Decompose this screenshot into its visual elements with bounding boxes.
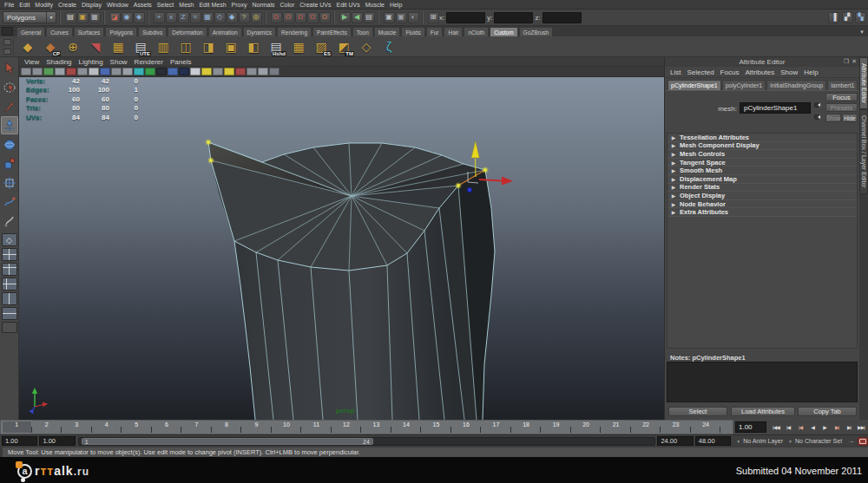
pCylinderShape1[interactable]: pCylinderShape1: [667, 80, 721, 90]
frame-cell[interactable]: 19: [541, 421, 571, 434]
General[interactable]: General: [16, 27, 45, 36]
frame-cell[interactable]: 4: [92, 421, 122, 434]
frame-cell[interactable]: 6: [152, 421, 182, 434]
load-attributes-button[interactable]: Load Attributes: [731, 407, 795, 416]
layout-four-view[interactable]: [2, 248, 17, 261]
shelf-es-icon[interactable]: ▨ ES: [310, 37, 332, 56]
show-button[interactable]: Show: [825, 114, 841, 122]
snap-to-view-planes-icon[interactable]: Ω: [307, 12, 319, 23]
frame-cell[interactable]: 5: [122, 421, 152, 434]
input-connections-icon[interactable]: ▶: [339, 12, 351, 23]
character-set-dropdown[interactable]: ▼No Character Set: [788, 438, 842, 444]
field-chart-icon[interactable]: [122, 68, 133, 75]
layout-custom[interactable]: [2, 322, 17, 333]
Tessellation Attributes[interactable]: ▶ Tessellation Attributes: [667, 134, 857, 142]
current-time-field[interactable]: 1.00: [735, 421, 766, 433]
Proxy[interactable]: Proxy: [229, 0, 250, 10]
frame-cell[interactable]: 22: [631, 421, 661, 434]
shaded-icon[interactable]: [168, 68, 178, 75]
layout-two-stacked[interactable]: [2, 307, 17, 320]
frame-cell[interactable]: 24: [691, 421, 721, 434]
mesh-name-field[interactable]: pCylinderShape1: [740, 102, 811, 114]
frame-cell[interactable]: 14: [391, 421, 422, 434]
layout-split-top[interactable]: [2, 263, 17, 276]
auto-keyframe-toggle[interactable]: [858, 437, 868, 446]
swatch-up-icon[interactable]: [812, 101, 821, 109]
ipr-render-icon[interactable]: ▣: [396, 12, 407, 23]
share-icon[interactable]: [269, 68, 279, 75]
frame-cell[interactable]: 23: [661, 421, 691, 434]
Hair[interactable]: Hair: [444, 27, 463, 36]
go-to-start-button[interactable]: |◀◀: [770, 421, 782, 433]
Help[interactable]: Help: [804, 69, 824, 76]
Surfaces[interactable]: Surfaces: [74, 27, 105, 36]
tool-settings-toggle-icon[interactable]: ▞: [842, 12, 853, 23]
shelf-menu-icon[interactable]: [1, 37, 14, 56]
select-tool[interactable]: [1, 59, 18, 77]
Channel Box / Layer Editor[interactable]: Channel Box / Layer Editor: [859, 109, 868, 194]
Edit Mesh[interactable]: Edit Mesh: [196, 0, 228, 10]
go-to-end-button[interactable]: ▶▶|: [855, 421, 867, 433]
Polygons[interactable]: Polygons: [105, 27, 137, 36]
rotate-tool[interactable]: [1, 135, 18, 153]
render-current-frame-icon[interactable]: ▣: [384, 12, 395, 23]
set-object-selection-mask-icon[interactable]: +: [154, 12, 165, 23]
initialShadingGroup[interactable]: initialShadingGroup: [766, 80, 826, 90]
checker-icon[interactable]: [190, 68, 201, 75]
xray-icon[interactable]: [235, 68, 246, 75]
textured-icon[interactable]: [179, 68, 189, 75]
output-connections-icon[interactable]: ◀: [352, 12, 363, 23]
save-scene-icon[interactable]: ▦: [89, 12, 101, 23]
shelf-spheres-icon[interactable]: ⊕: [62, 37, 84, 56]
Attributes[interactable]: Attributes: [745, 69, 780, 76]
frame-cell[interactable]: 9: [241, 421, 272, 434]
gate-mask-icon[interactable]: [111, 68, 122, 75]
frame-cell[interactable]: 13: [361, 421, 391, 434]
step-forward-frame-button[interactable]: ▶|: [843, 421, 855, 433]
viewport-canvas[interactable]: Verts: 42 42 0 Edges: 100 100 1 Faces:: [19, 77, 664, 420]
Show[interactable]: Show: [780, 69, 804, 76]
move-tool[interactable]: [1, 116, 18, 134]
Lighting[interactable]: Lighting: [77, 58, 108, 66]
wireframe-icon[interactable]: [156, 68, 167, 75]
paint-selection-tool[interactable]: [1, 97, 18, 115]
range-slider-bar[interactable]: 1 24: [82, 438, 373, 445]
render-settings-icon[interactable]: ◐: [408, 12, 419, 23]
select-button[interactable]: Select: [668, 407, 727, 416]
bookmark-icon[interactable]: [55, 68, 65, 75]
Muscle[interactable]: Muscle: [374, 27, 401, 36]
frame-cell[interactable]: 17: [481, 421, 511, 434]
animation-start-field[interactable]: 1.00: [2, 436, 37, 446]
make-live-icon[interactable]: Ω: [319, 12, 331, 23]
layout-split-left[interactable]: [2, 277, 17, 290]
snap-to-curves-icon[interactable]: Ω: [283, 12, 294, 23]
frame-cell[interactable]: 20: [571, 421, 602, 434]
Edit UVs[interactable]: Edit UVs: [333, 0, 362, 10]
z-axis-handle[interactable]: [467, 187, 472, 193]
construction-history-icon[interactable]: ▤: [364, 12, 375, 23]
shelf-mirror-icon[interactable]: ◧: [242, 37, 265, 56]
select-rendering-icon[interactable]: ?: [239, 12, 250, 23]
snap-to-grids-icon[interactable]: Ω: [271, 12, 282, 23]
textures-icon[interactable]: [224, 68, 234, 75]
step-back-frame-button[interactable]: |◀: [782, 421, 794, 433]
shelf-curve-icon[interactable]: ζ: [378, 37, 400, 56]
snap-to-points-icon[interactable]: Ω: [295, 12, 306, 23]
layout-two-side-by-side[interactable]: [2, 292, 17, 305]
Dynamics[interactable]: Dynamics: [243, 27, 277, 36]
channel-box-toggle-icon[interactable]: ▚: [855, 12, 866, 23]
new-scene-icon[interactable]: ▤: [65, 12, 76, 23]
image-plane-icon[interactable]: [66, 68, 76, 75]
shelf-paint-tool-icon[interactable]: ◥: [84, 37, 107, 56]
Renderer[interactable]: Renderer: [133, 58, 168, 66]
shelf-tm-icon[interactable]: ◩ TM: [332, 37, 355, 56]
frame-cell[interactable]: 21: [601, 421, 631, 434]
select-deformations-icon[interactable]: ◇: [214, 12, 226, 23]
isolate-select-icon[interactable]: [247, 68, 257, 75]
Toon[interactable]: Toon: [352, 27, 373, 36]
Mesh Component Display[interactable]: ▶ Mesh Component Display: [667, 142, 857, 151]
attribute-editor-toggle-icon[interactable]: ▐: [828, 12, 839, 23]
Attribute Editor[interactable]: Attribute Editor: [859, 57, 868, 109]
presets-button[interactable]: Presets: [825, 103, 858, 112]
select-curves-icon[interactable]: ≈: [190, 12, 201, 23]
